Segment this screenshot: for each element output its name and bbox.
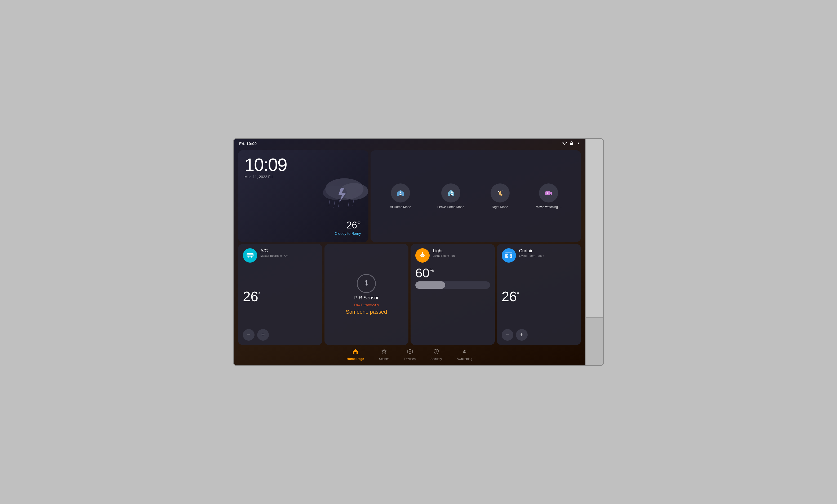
weather-date: Mar. 11, 2022 Fri. [245,175,362,179]
pir-name: PIR Sensor [354,295,378,301]
pir-icon [357,274,376,293]
nav-scenes-icon [381,349,387,356]
svg-line-7 [334,201,335,208]
leave-home-icon [441,183,460,203]
curtain-decrease-button[interactable]: − [502,329,513,341]
svg-point-15 [502,191,503,191]
weather-temp: 26° [335,220,361,231]
leave-home-label: Leave Home Mode [437,205,464,209]
svg-point-14 [498,191,499,192]
nav-security[interactable]: Security [423,348,449,362]
main-screen: Fri. 10:09 [234,139,585,365]
svg-point-16 [498,194,498,194]
nav-awakening-icon [462,349,467,356]
weather-time-block: 10:09 Mar. 11, 2022 Fri. [245,156,362,179]
scene-leave-home[interactable]: Leave Home Mode [437,183,464,209]
curtain-name: Curtain [519,248,544,254]
nav-scenes-label: Scenes [379,357,389,361]
at-home-label: At Home Mode [390,205,411,209]
ac-card[interactable]: ❄ A/C Master Bedroom · On 26° − + [238,244,322,345]
svg-point-13 [451,191,453,193]
svg-point-35 [464,351,465,352]
status-time: Fri. 10:09 [239,141,257,146]
light-icon [415,248,430,263]
svg-rect-24 [251,257,252,258]
wifi-icon [562,141,567,146]
ac-increase-button[interactable]: + [257,329,269,341]
svg-point-12 [400,192,401,193]
light-sub: Living Room · on [433,254,455,257]
weather-desc: Cloudy to Rainy [335,231,361,236]
night-mode-label: Night Mode [492,205,508,209]
status-bar: Fri. 10:09 [234,139,585,148]
moon-icon [576,141,580,146]
top-row: 10:09 Mar. 11, 2022 Fri. 26° Cloudy to R… [238,150,581,242]
status-icons [562,141,580,146]
nav-devices-label: Devices [404,357,415,361]
light-name: Light [433,248,455,254]
scene-night-mode[interactable]: Night Mode [491,183,510,209]
bottom-nav: Home Page Scenes Devices [234,345,585,365]
svg-rect-29 [505,253,512,253]
nav-security-label: Security [430,357,442,361]
svg-line-8 [339,200,340,207]
scene-at-home[interactable]: At Home Mode [390,183,411,209]
nav-scenes[interactable]: Scenes [371,348,397,362]
curtain-controls: − + [502,329,576,341]
scenes-card: At Home Mode Leave Home [371,150,581,242]
nav-devices-icon [407,349,413,356]
curtain-sub: Living Room · open [519,254,544,257]
nav-home[interactable]: Home Page [339,348,371,362]
nav-devices[interactable]: Devices [397,348,423,362]
ac-decrease-button[interactable]: − [243,329,254,341]
device-frame: Fri. 10:09 [233,138,604,366]
ac-icon: ❄ [243,248,257,263]
movie-watching-icon [539,183,558,203]
svg-point-33 [436,352,437,352]
light-card[interactable]: Light Living Room · on 60% [411,244,495,345]
svg-text:❄: ❄ [249,254,251,256]
nav-security-icon [433,349,439,356]
weather-clock: 10:09 [245,156,362,174]
ac-temp-value: 26° [243,288,318,304]
curtain-card[interactable]: Curtain Living Room · open 26° − + [497,244,581,345]
at-home-icon [391,183,410,203]
svg-rect-1 [570,143,573,145]
right-panel-top [586,139,603,317]
content-area: 10:09 Mar. 11, 2022 Fri. 26° Cloudy to R… [234,148,585,345]
brightness-bar [415,281,490,289]
brightness-fill [415,281,445,289]
night-mode-icon [491,183,510,203]
pir-card[interactable]: PIR Sensor Low Power:20% Someone passed [324,244,409,345]
nav-awakening-label: Awakening [457,357,472,361]
nav-home-label: Home Page [347,357,364,361]
nav-home-icon [352,349,359,356]
ac-sub: Master Bedroom · On [260,254,288,257]
curtain-icon [502,248,516,263]
weather-temp-block: 26° Cloudy to Rainy [335,220,361,236]
svg-point-18 [547,192,548,194]
pir-low-power: Low Power:20% [354,303,379,307]
pir-status: Someone passed [346,309,387,315]
curtain-info: Curtain Living Room · open [519,248,544,257]
ac-name: A/C [260,248,288,254]
movie-label: Movie-watching ... [536,205,562,209]
svg-line-6 [329,199,330,206]
weather-card[interactable]: 10:09 Mar. 11, 2022 Fri. 26° Cloudy to R… [238,150,369,242]
svg-point-4 [323,186,347,200]
bottom-row: ❄ A/C Master Bedroom · On 26° − + [238,244,581,345]
ac-controls: − + [243,329,318,341]
right-panel-bottom [586,317,603,365]
svg-line-9 [348,200,349,207]
curtain-increase-button[interactable]: + [516,329,528,341]
lock-icon [570,141,573,146]
scene-movie-watching[interactable]: Movie-watching ... [536,183,562,209]
ac-info: A/C Master Bedroom · On [260,248,288,257]
svg-point-26 [366,280,368,282]
light-info: Light Living Room · on [433,248,455,257]
light-header: Light Living Room · on [415,248,490,263]
curtain-header: Curtain Living Room · open [502,248,576,263]
ac-header: ❄ A/C Master Bedroom · On [243,248,318,263]
nav-awakening[interactable]: Awakening [449,348,480,362]
curtain-value: 26° [502,288,576,304]
